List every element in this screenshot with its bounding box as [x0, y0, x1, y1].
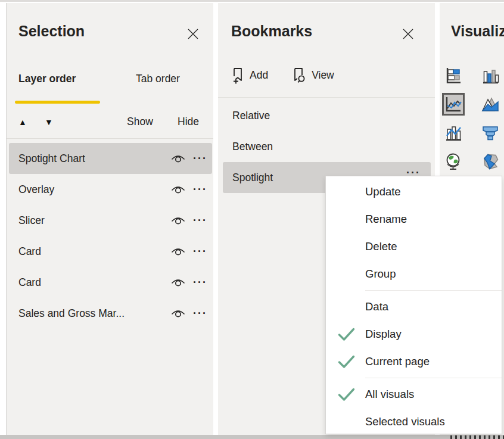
menu-divider: [365, 378, 502, 378]
check-icon: [338, 355, 355, 369]
menu-item-delete[interactable]: Delete: [326, 233, 502, 260]
layer-row[interactable]: Card ···: [9, 236, 212, 267]
divider: [218, 97, 435, 98]
bookmark-row[interactable]: Between: [223, 131, 431, 162]
visibility-eye-icon[interactable]: [170, 245, 186, 257]
menu-item-label: Selected visuals: [365, 415, 445, 428]
menu-item-data[interactable]: Data: [326, 293, 502, 320]
menu-item-label: Update: [365, 185, 401, 198]
more-options-icon[interactable]: ···: [193, 153, 207, 164]
layer-name: Slicer: [18, 214, 166, 227]
funnel-chart-visual-button[interactable]: [479, 122, 502, 144]
stacked-column-chart-visual-button[interactable]: [479, 64, 502, 87]
menu-item-label: Group: [365, 267, 396, 281]
close-icon: [186, 27, 200, 41]
more-options-icon[interactable]: ···: [193, 277, 207, 288]
active-tab-underline: [15, 101, 100, 104]
combo-chart-icon: [444, 124, 462, 142]
menu-item-current-page[interactable]: Current page: [326, 348, 502, 375]
bookmark-context-menu: Update Rename Delete Group Data Display …: [325, 176, 502, 434]
selection-pane-title: Selection: [18, 23, 85, 40]
tab-layer-order[interactable]: Layer order: [18, 73, 76, 85]
visibility-eye-icon[interactable]: [170, 183, 186, 195]
check-slot: [338, 355, 365, 369]
layer-row[interactable]: Overlay ···: [9, 174, 212, 205]
menu-item-label: Data: [365, 300, 388, 313]
layer-row[interactable]: Sales and Gross Mar... ···: [9, 298, 212, 329]
bookmark-row[interactable]: Relative: [223, 100, 431, 131]
screen: Selection Layer order Tab order ▲ ▼ Show…: [0, 0, 504, 439]
selection-pane-close-button[interactable]: [186, 27, 200, 41]
area-chart-visual-button[interactable]: [479, 93, 502, 116]
visibility-eye-icon[interactable]: [170, 214, 186, 226]
stacked-bar-chart-icon: [444, 67, 462, 85]
area-chart-icon: [481, 95, 499, 113]
layer-list: Spotight Chart ··· Overlay ··· Slicer ··: [7, 143, 213, 329]
check-slot: [338, 328, 365, 341]
visualizations-pane-title: Visualizations: [451, 23, 504, 40]
menu-item-label: Current page: [365, 355, 430, 368]
check-slot: [338, 388, 365, 401]
bookmark-add-icon: [231, 67, 244, 84]
funnel-chart-icon: [481, 124, 499, 142]
layer-name: Card: [18, 245, 166, 258]
visibility-eye-icon[interactable]: [170, 307, 186, 319]
map-icon: [444, 152, 462, 170]
check-icon: [338, 328, 355, 341]
bookmark-view-icon: [292, 67, 306, 84]
move-layer-up-button[interactable]: ▲: [18, 116, 27, 128]
layer-name: Overlay: [18, 183, 166, 196]
map-visual-button[interactable]: [442, 150, 465, 173]
more-options-icon[interactable]: ···: [193, 308, 207, 319]
divider: [7, 138, 213, 139]
show-button[interactable]: Show: [127, 116, 153, 128]
menu-item-group[interactable]: Group: [326, 260, 502, 288]
bookmarks-toolbar: Add View: [231, 67, 334, 84]
layer-name: Sales and Gross Mar...: [18, 307, 166, 320]
more-options-icon[interactable]: ···: [193, 215, 207, 226]
tab-tab-order[interactable]: Tab order: [136, 73, 180, 85]
filled-map-icon: [481, 152, 499, 170]
menu-item-display[interactable]: Display: [326, 320, 502, 348]
menu-divider: [365, 290, 502, 291]
menu-item-update[interactable]: Update: [326, 178, 502, 206]
filled-map-visual-button[interactable]: [479, 150, 502, 173]
menu-item-label: Display: [365, 328, 402, 341]
stacked-column-chart-icon: [481, 67, 499, 85]
view-bookmarks-button[interactable]: View: [292, 67, 334, 84]
selection-pane: Selection Layer order Tab order ▲ ▼ Show…: [6, 3, 213, 435]
stacked-bar-chart-visual-button[interactable]: [442, 64, 465, 87]
more-options-icon[interactable]: ···: [193, 246, 207, 257]
layer-row[interactable]: Card ···: [9, 267, 212, 298]
menu-item-rename[interactable]: Rename: [326, 206, 502, 233]
view-bookmarks-label: View: [312, 69, 334, 82]
visual-type-grid: [442, 64, 502, 173]
bookmark-name: Between: [232, 141, 431, 153]
bookmarks-pane-close-button[interactable]: [401, 27, 415, 41]
move-layer-down-button[interactable]: ▼: [45, 116, 53, 128]
layer-name: Spotight Chart: [18, 152, 166, 165]
clipped-background-text: [450, 435, 504, 439]
layer-row[interactable]: Spotight Chart ···: [9, 143, 212, 174]
window-top-edge: [0, 0, 504, 2]
add-bookmark-label: Add: [250, 69, 268, 82]
layer-row[interactable]: Slicer ···: [9, 205, 212, 236]
add-bookmark-button[interactable]: Add: [231, 67, 268, 84]
menu-item-selected-visuals[interactable]: Selected visuals: [326, 408, 502, 434]
combo-chart-visual-button[interactable]: [442, 122, 465, 144]
check-icon: [338, 388, 355, 401]
menu-item-label: All visuals: [365, 388, 414, 401]
visibility-eye-icon[interactable]: [170, 152, 186, 164]
window-bottom-edge: [0, 435, 504, 439]
visibility-eye-icon[interactable]: [170, 276, 186, 288]
menu-item-label: Rename: [365, 213, 407, 226]
menu-item-all-visuals[interactable]: All visuals: [326, 381, 502, 408]
close-icon: [401, 27, 415, 41]
more-options-icon[interactable]: ···: [193, 184, 207, 195]
bookmark-name: Relative: [232, 110, 431, 122]
hide-button[interactable]: Hide: [178, 116, 199, 128]
line-chart-icon: [444, 95, 462, 113]
menu-item-label: Delete: [365, 240, 397, 253]
line-chart-visual-button[interactable]: [442, 93, 465, 116]
layer-name: Card: [18, 276, 166, 289]
